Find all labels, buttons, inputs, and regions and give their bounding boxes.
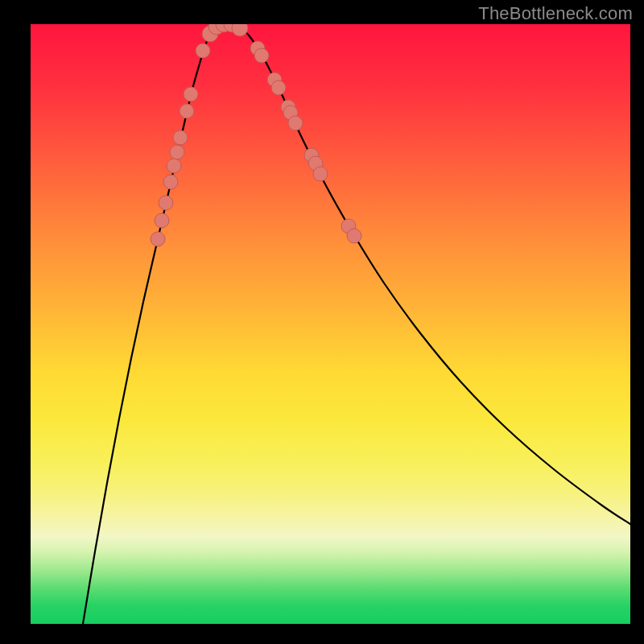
data-marker: [232, 24, 248, 36]
chart-svg: [31, 24, 630, 624]
data-marker: [170, 145, 184, 159]
data-marker: [184, 87, 198, 101]
data-marker: [180, 104, 194, 118]
data-marker: [173, 130, 188, 145]
data-marker: [163, 175, 178, 189]
data-marker: [196, 43, 210, 58]
curve-group: [83, 24, 630, 624]
data-marker: [271, 80, 286, 95]
marker-group: [151, 24, 361, 246]
data-marker: [254, 48, 269, 63]
data-marker: [167, 159, 181, 173]
watermark-text: TheBottleneck.com: [478, 3, 633, 24]
chart-frame: TheBottleneck.com: [0, 0, 644, 644]
data-marker: [155, 213, 169, 228]
data-marker: [288, 116, 303, 130]
data-marker: [347, 229, 361, 243]
data-marker: [151, 232, 165, 246]
chart-plot-area: [31, 24, 630, 624]
data-marker: [313, 167, 328, 181]
bottleneck-curve: [83, 24, 630, 624]
data-marker: [159, 196, 173, 210]
